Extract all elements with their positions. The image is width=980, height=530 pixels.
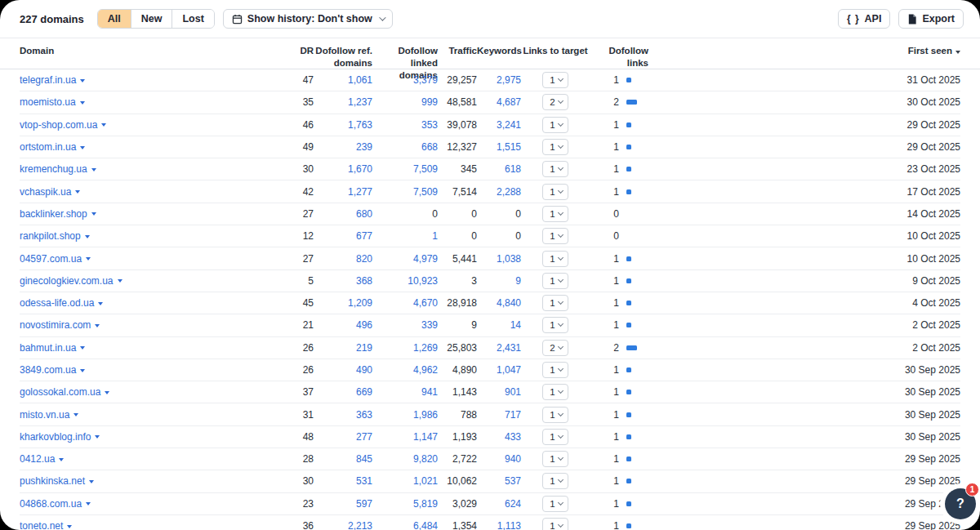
dofollow-ref-domains-value[interactable]: 368 bbox=[314, 275, 372, 287]
keywords-value[interactable]: 618 bbox=[477, 163, 521, 175]
domain-dropdown-icon[interactable] bbox=[80, 146, 85, 149]
dofollow-linked-domains-value[interactable]: 339 bbox=[372, 319, 438, 331]
links-to-target-dropdown[interactable]: 2 bbox=[542, 94, 568, 110]
dofollow-linked-domains-value[interactable]: 668 bbox=[372, 141, 438, 153]
dofollow-ref-domains-value[interactable]: 1,209 bbox=[314, 297, 372, 309]
links-to-target-dropdown[interactable]: 1 bbox=[542, 161, 568, 177]
dofollow-ref-domains-value[interactable]: 680 bbox=[314, 208, 372, 220]
dofollow-ref-domains-value[interactable]: 1,277 bbox=[314, 186, 372, 198]
domain-dropdown-icon[interactable] bbox=[105, 391, 109, 394]
export-button[interactable]: Export bbox=[898, 9, 964, 29]
domain-link[interactable]: kharkovblog.info bbox=[20, 431, 91, 443]
dofollow-ref-domains-value[interactable]: 1,670 bbox=[314, 163, 372, 175]
links-to-target-dropdown[interactable]: 1 bbox=[542, 184, 568, 200]
dofollow-ref-domains-value[interactable]: 277 bbox=[314, 431, 372, 443]
dofollow-linked-domains-value[interactable]: 9,820 bbox=[372, 453, 438, 465]
keywords-value[interactable]: 3,241 bbox=[477, 119, 521, 131]
domain-link[interactable]: moemisto.ua bbox=[20, 96, 76, 108]
domain-link[interactable]: odessa-life.od.ua bbox=[20, 297, 94, 309]
dofollow-linked-domains-value[interactable]: 1,147 bbox=[372, 431, 438, 443]
dofollow-ref-domains-value[interactable]: 677 bbox=[314, 230, 372, 242]
domain-dropdown-icon[interactable] bbox=[91, 168, 96, 171]
domain-link[interactable]: golossokal.com.ua bbox=[20, 386, 100, 398]
links-to-target-dropdown[interactable]: 1 bbox=[542, 273, 568, 289]
domain-link[interactable]: toneto.net bbox=[20, 520, 63, 530]
domain-link[interactable]: misto.vn.ua bbox=[20, 409, 69, 421]
domain-link[interactable]: novostimira.com bbox=[20, 319, 91, 331]
api-button[interactable]: { } API bbox=[838, 9, 891, 29]
links-to-target-dropdown[interactable]: 1 bbox=[542, 317, 568, 333]
links-to-target-dropdown[interactable]: 1 bbox=[542, 251, 568, 267]
keywords-value[interactable]: 433 bbox=[477, 431, 521, 443]
dofollow-ref-domains-value[interactable]: 2,213 bbox=[314, 520, 372, 530]
domain-link[interactable]: ortstom.in.ua bbox=[20, 141, 76, 153]
keywords-value[interactable]: 14 bbox=[477, 319, 521, 331]
dofollow-ref-domains-value[interactable]: 669 bbox=[314, 386, 372, 398]
domain-dropdown-icon[interactable] bbox=[86, 257, 91, 261]
links-to-target-dropdown[interactable]: 1 bbox=[542, 473, 568, 489]
dofollow-linked-domains-value[interactable]: 1,986 bbox=[372, 409, 438, 421]
keywords-value[interactable]: 1,515 bbox=[477, 141, 521, 153]
segment-new[interactable]: New bbox=[131, 10, 172, 28]
dofollow-linked-domains-value[interactable]: 4,670 bbox=[372, 297, 438, 309]
links-to-target-dropdown[interactable]: 1 bbox=[542, 429, 568, 445]
dofollow-linked-domains-value[interactable]: 4,979 bbox=[372, 253, 438, 265]
col-header-links-to-target[interactable]: Links to target bbox=[521, 45, 590, 57]
keywords-value[interactable]: 624 bbox=[477, 498, 521, 510]
show-history-dropdown[interactable]: Show history: Don't show bbox=[223, 9, 393, 29]
domain-dropdown-icon[interactable] bbox=[85, 235, 90, 238]
col-header-dofollow-ref-domains[interactable]: Dofollow ref. domains bbox=[314, 45, 372, 69]
keywords-value[interactable]: 717 bbox=[477, 409, 521, 421]
segment-lost[interactable]: Lost bbox=[172, 10, 213, 28]
domain-link[interactable]: vchaspik.ua bbox=[20, 186, 71, 198]
col-header-keywords[interactable]: Keywords bbox=[477, 45, 521, 57]
help-button[interactable]: ? 1 bbox=[945, 488, 976, 519]
links-to-target-dropdown[interactable]: 2 bbox=[542, 340, 568, 356]
domain-dropdown-icon[interactable] bbox=[67, 525, 72, 528]
dofollow-ref-domains-value[interactable]: 1,237 bbox=[314, 96, 372, 108]
domain-dropdown-icon[interactable] bbox=[80, 79, 85, 82]
segment-all[interactable]: All bbox=[98, 10, 131, 28]
domain-link[interactable]: ginecologkiev.com.ua bbox=[20, 275, 114, 287]
links-to-target-dropdown[interactable]: 1 bbox=[542, 362, 568, 378]
domain-link[interactable]: 04597.com.ua bbox=[20, 253, 82, 265]
keywords-value[interactable]: 901 bbox=[477, 386, 521, 398]
dofollow-ref-domains-value[interactable]: 1,763 bbox=[314, 119, 372, 131]
dofollow-linked-domains-value[interactable]: 1,269 bbox=[372, 342, 438, 354]
dofollow-ref-domains-value[interactable]: 820 bbox=[314, 253, 372, 265]
dofollow-ref-domains-value[interactable]: 239 bbox=[314, 141, 372, 153]
domain-dropdown-icon[interactable] bbox=[80, 369, 85, 372]
dofollow-linked-domains-value[interactable]: 7,509 bbox=[372, 163, 438, 175]
links-to-target-dropdown[interactable]: 1 bbox=[542, 228, 568, 244]
domain-link[interactable]: 0412.ua bbox=[20, 453, 55, 465]
domain-dropdown-icon[interactable] bbox=[91, 212, 96, 216]
dofollow-linked-domains-value[interactable]: 1 bbox=[372, 230, 438, 242]
domain-dropdown-icon[interactable] bbox=[101, 123, 106, 127]
dofollow-ref-domains-value[interactable]: 496 bbox=[314, 319, 372, 331]
dofollow-ref-domains-value[interactable]: 490 bbox=[314, 364, 372, 376]
keywords-value[interactable]: 2,288 bbox=[477, 186, 521, 198]
domain-dropdown-icon[interactable] bbox=[95, 435, 100, 439]
links-to-target-dropdown[interactable]: 1 bbox=[542, 451, 568, 467]
dofollow-linked-domains-value[interactable]: 6,484 bbox=[372, 520, 438, 530]
domain-dropdown-icon[interactable] bbox=[98, 302, 103, 305]
links-to-target-dropdown[interactable]: 1 bbox=[542, 206, 568, 222]
domain-dropdown-icon[interactable] bbox=[95, 324, 100, 327]
dofollow-ref-domains-value[interactable]: 845 bbox=[314, 453, 372, 465]
dofollow-linked-domains-value[interactable]: 353 bbox=[372, 119, 438, 131]
dofollow-linked-domains-value[interactable]: 7,509 bbox=[372, 186, 438, 198]
dofollow-linked-domains-value[interactable]: 999 bbox=[372, 96, 438, 108]
domain-link[interactable]: bahmut.in.ua bbox=[20, 342, 76, 354]
domain-dropdown-icon[interactable] bbox=[118, 279, 122, 283]
keywords-value[interactable]: 2,431 bbox=[477, 342, 521, 354]
links-to-target-dropdown[interactable]: 1 bbox=[542, 407, 568, 423]
dofollow-linked-domains-value[interactable]: 941 bbox=[372, 386, 438, 398]
dofollow-ref-domains-value[interactable]: 363 bbox=[314, 409, 372, 421]
domain-dropdown-icon[interactable] bbox=[74, 413, 78, 416]
col-header-traffic[interactable]: Traffic bbox=[438, 45, 477, 57]
links-to-target-dropdown[interactable]: 1 bbox=[542, 295, 568, 311]
domain-link[interactable]: telegraf.in.ua bbox=[20, 74, 76, 86]
dofollow-linked-domains-value[interactable]: 10,923 bbox=[372, 275, 438, 287]
keywords-value[interactable]: 537 bbox=[477, 475, 521, 487]
links-to-target-dropdown[interactable]: 1 bbox=[542, 139, 568, 155]
